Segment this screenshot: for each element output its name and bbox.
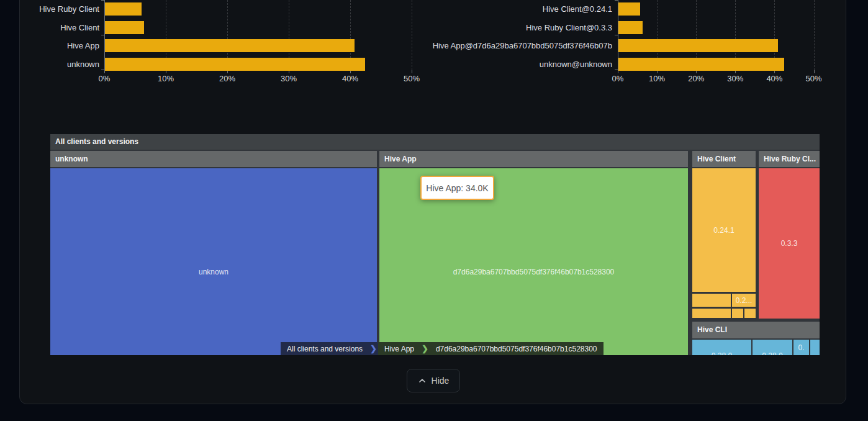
- bar-hive-ruby-client-0.3.3[interactable]: [618, 21, 643, 34]
- treemap-block-label: 0.28.0: [692, 351, 751, 355]
- chevron-up-icon: [418, 376, 427, 385]
- bar-unknown[interactable]: [105, 58, 365, 71]
- category-label: Hive Client@0.24.1: [426, 2, 612, 16]
- category-label: Hive App: [0, 39, 99, 52]
- treemap-block-unlabeled[interactable]: [732, 309, 743, 318]
- bar-hive-app-d7d6a29ba6707bbd5075df376f46b07b[interactable]: [618, 39, 778, 52]
- client-versions-bar-chart: 0%10%20%30%40%50%Hive Client@0.24.1Hive …: [434, 0, 868, 87]
- axis-tick-label: 40%: [342, 74, 358, 83]
- treemap-block-label: 0.24.1: [692, 226, 756, 235]
- treemap-block-label: 0.2...: [732, 296, 756, 305]
- treemap-block-unlabeled[interactable]: [692, 294, 731, 307]
- treemap-group-header-hive-client[interactable]: Hive Client: [692, 151, 756, 167]
- treemap-group-header-unknown[interactable]: unknown: [50, 151, 377, 167]
- treemap-block-unlabeled[interactable]: [810, 340, 820, 355]
- axis-tick-label: 10%: [649, 74, 665, 83]
- treemap-block-label: 0.: [793, 343, 809, 352]
- axis-tick-label: 30%: [281, 74, 297, 83]
- category-tick: [615, 35, 618, 35]
- category-tick: [615, 70, 618, 70]
- treemap-block-0.3.3[interactable]: 0.3.3: [759, 168, 820, 319]
- bar-unknown-unknown[interactable]: [618, 58, 784, 71]
- treemap-block-0.[interactable]: 0.: [793, 340, 809, 355]
- bar-hive-client[interactable]: [105, 21, 144, 34]
- treemap-block-0.28.0[interactable]: 0.28.0: [692, 340, 751, 355]
- axis-tick-label: 50%: [404, 74, 420, 83]
- bar-hive-client-0.24.1[interactable]: [618, 2, 640, 16]
- treemap-group-header-hive-ruby-cl...[interactable]: Hive Ruby Cl...: [759, 151, 820, 167]
- treemap-block-0.24.1[interactable]: 0.24.1: [692, 168, 756, 292]
- treemap-root-header[interactable]: All clients and versions: [50, 134, 820, 150]
- treemap-block-0.2...[interactable]: 0.2...: [732, 294, 756, 307]
- chevron-right-icon: ❯: [369, 342, 378, 355]
- category-label: Hive Ruby Client@0.3.3: [426, 21, 612, 34]
- category-label: unknown: [0, 58, 99, 71]
- axis-tick-label: 40%: [766, 74, 782, 83]
- bar-hive-ruby-client[interactable]: [105, 2, 142, 16]
- axis-tick-label: 0%: [99, 74, 111, 83]
- hide-button-label: Hide: [432, 376, 450, 386]
- clients-treemap: Hive App: 34.0K All clients and versions…: [50, 134, 820, 355]
- axis-tick-label: 0%: [612, 74, 624, 83]
- treemap-group-header-hive-app[interactable]: Hive App: [379, 151, 688, 167]
- breadcrumb-item-version-hash[interactable]: d7d6a29ba6707bbd5075df376f46b07b1c528300: [430, 342, 604, 355]
- treemap-block-unlabeled[interactable]: [744, 309, 756, 318]
- category-label: Hive Client: [0, 21, 99, 34]
- breadcrumb-item-hive-app[interactable]: Hive App: [378, 342, 420, 355]
- breadcrumb-item-root[interactable]: All clients and versions: [281, 342, 369, 355]
- treemap-block-0.28.0[interactable]: 0.28.0: [753, 340, 792, 355]
- category-label: Hive App@d7d6a29ba6707bbd5075df376f46b07…: [426, 39, 612, 52]
- axis-tick: [412, 70, 412, 73]
- axis-tick-label: 20%: [688, 74, 704, 83]
- treemap-block-unlabeled[interactable]: [692, 309, 731, 318]
- axis-tick-label: 20%: [219, 74, 235, 83]
- clients-bar-chart: 0%10%20%30%40%50%Hive Ruby ClientHive Cl…: [0, 0, 434, 87]
- category-tick: [101, 0, 104, 1]
- axis-tick-label: 10%: [158, 74, 174, 83]
- chevron-right-icon: ❯: [420, 342, 430, 355]
- category-label: unknown@unknown: [426, 58, 612, 71]
- treemap-block-label: 0.3.3: [759, 239, 820, 248]
- category-tick: [615, 0, 618, 1]
- axis-tick-label: 30%: [727, 74, 743, 83]
- treemap-block-label: 0.28.0: [753, 351, 792, 355]
- hide-button[interactable]: Hide: [407, 369, 460, 392]
- axis-tick: [814, 70, 815, 73]
- gridline: [814, 0, 815, 70]
- category-tick: [101, 70, 104, 70]
- treemap-breadcrumb: All clients and versions ❯ Hive App ❯ d7…: [281, 342, 604, 355]
- treemap-block-label: d7d6a29ba6707bbd5075df376f46b07b1c528300: [379, 268, 688, 276]
- treemap-tooltip: Hive App: 34.0K: [420, 176, 494, 200]
- category-label: Hive Ruby Client: [0, 2, 99, 16]
- treemap-block-unknown[interactable]: unknown: [50, 168, 377, 355]
- treemap-block-label: unknown: [50, 268, 377, 276]
- bar-hive-app[interactable]: [105, 39, 355, 52]
- gridline: [412, 0, 412, 70]
- axis-tick-label: 50%: [805, 74, 821, 83]
- category-tick: [101, 35, 104, 35]
- treemap-group-header-hive-cli[interactable]: Hive CLI: [692, 322, 820, 338]
